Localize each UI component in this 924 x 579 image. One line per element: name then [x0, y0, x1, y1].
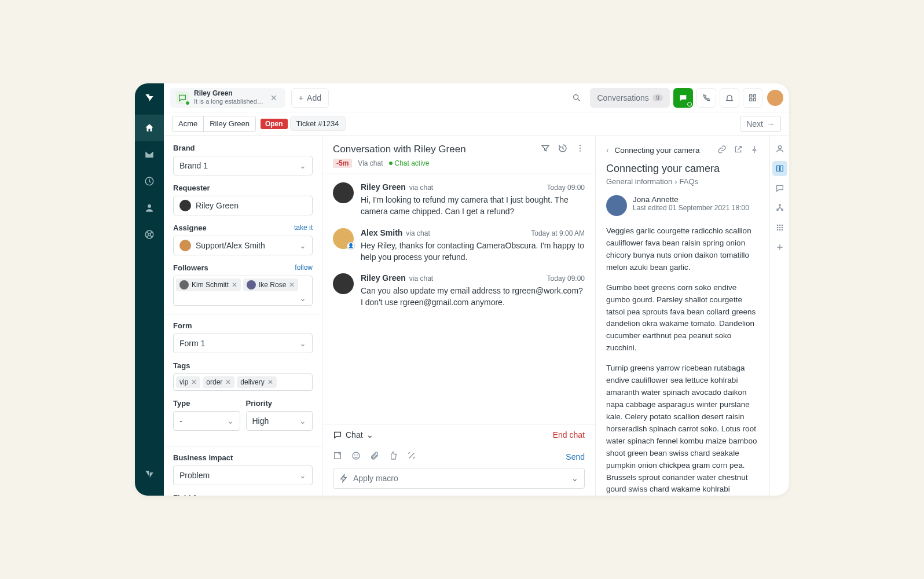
macro-select[interactable]: Apply macro ⌄ — [333, 468, 585, 489]
nav-customers[interactable] — [135, 195, 164, 221]
tag-chip: order✕ — [203, 376, 234, 388]
followers-input[interactable]: Kim Schmitt ✕ Ike Rose ✕ ⌄ — [173, 276, 313, 306]
message-author: Riley Green — [361, 182, 406, 192]
main: Riley Green It is a long established… ✕ … — [164, 83, 789, 496]
open-external-icon[interactable] — [734, 145, 743, 156]
rail-user[interactable] — [772, 141, 787, 156]
ticket-tab[interactable]: Riley Green It is a long established… ✕ — [170, 88, 285, 108]
rail-knowledge[interactable] — [772, 161, 787, 176]
remove-chip-icon[interactable]: ✕ — [267, 378, 273, 386]
last-edited: Last edited 01 September 2021 18:00 — [633, 204, 749, 212]
tags-input[interactable]: vip✕ order✕ delivery✕ — [173, 373, 313, 391]
requester-label: Requester — [173, 184, 313, 192]
follow-link[interactable]: follow — [295, 263, 313, 272]
remove-chip-icon[interactable]: ✕ — [225, 378, 231, 386]
svg-point-25 — [781, 227, 783, 229]
message-time: Today 09:00 — [547, 184, 585, 192]
crumb-requester[interactable]: Riley Green — [204, 116, 255, 131]
svg-point-16 — [778, 146, 781, 149]
rail-org[interactable] — [772, 200, 787, 215]
form-select[interactable]: Form 1 ⌄ — [173, 334, 313, 353]
business-impact-select[interactable]: Problem ⌄ — [173, 466, 313, 485]
online-indicator — [185, 101, 190, 105]
avatar — [179, 200, 191, 211]
send-button[interactable]: Send — [566, 452, 585, 461]
avatar — [179, 280, 189, 290]
rail-apps[interactable] — [772, 220, 787, 235]
content: Brand Brand 1 ⌄ Requester Riley Green — [164, 135, 789, 496]
expand-icon[interactable] — [333, 451, 342, 462]
form-label: Form — [173, 321, 313, 330]
talk-button[interactable] — [696, 88, 716, 108]
app-window: Riley Green It is a long established… ✕ … — [135, 83, 789, 496]
ticket-id: Ticket #1234 — [290, 116, 346, 131]
divider — [164, 314, 322, 314]
remove-chip-icon[interactable]: ✕ — [232, 281, 237, 289]
crumb-org[interactable]: Acme — [173, 116, 204, 131]
tab-close-icon[interactable]: ✕ — [268, 92, 280, 104]
chevron-down-icon: ⌄ — [571, 474, 578, 483]
nav-home[interactable] — [135, 115, 164, 141]
nav-help[interactable] — [135, 221, 164, 248]
rail-chat[interactable] — [772, 181, 787, 196]
chevron-down-icon[interactable]: ⌄ — [296, 294, 310, 303]
priority-select[interactable]: High ⌄ — [246, 411, 313, 431]
svg-point-21 — [779, 225, 780, 226]
next-button[interactable]: Next → — [740, 116, 781, 132]
chevron-down-icon: ⌄ — [366, 430, 373, 439]
reply-channel-select[interactable]: Chat ⌄ — [333, 430, 373, 439]
magic-wand-icon[interactable] — [407, 451, 416, 462]
chevron-down-icon: ⌄ — [299, 471, 306, 480]
chevron-down-icon: ⌄ — [299, 161, 306, 170]
divider — [164, 446, 322, 446]
remove-chip-icon[interactable]: ✕ — [289, 281, 295, 289]
notifications-button[interactable] — [720, 88, 739, 108]
conversations-count: 9 — [652, 94, 663, 101]
remove-chip-icon[interactable]: ✕ — [191, 378, 197, 386]
assignee-select[interactable]: Support/Alex Smith ⌄ — [173, 236, 313, 255]
pin-icon[interactable] — [750, 145, 759, 156]
filter-icon[interactable] — [541, 144, 550, 155]
product-logo — [143, 91, 156, 104]
search-button[interactable] — [567, 88, 586, 108]
emoji-icon[interactable] — [351, 451, 361, 462]
profile-avatar[interactable] — [767, 90, 783, 106]
rail-add[interactable] — [772, 240, 787, 255]
chevron-down-icon: ⌄ — [299, 339, 306, 348]
svg-point-26 — [776, 229, 778, 231]
via-channel: Via chat — [358, 159, 383, 167]
svg-point-9 — [580, 145, 581, 146]
message-text: Can you also update my email address to … — [361, 285, 585, 309]
thumbs-up-icon[interactable] — [388, 451, 398, 462]
conversations-pill[interactable]: Conversations 9 — [590, 88, 670, 108]
nav-inbox[interactable] — [135, 141, 164, 168]
avatar: 👤 — [333, 228, 354, 249]
svg-point-11 — [580, 151, 581, 152]
link-icon[interactable] — [717, 145, 727, 156]
take-it-link[interactable]: take it — [294, 223, 313, 232]
nav-zendesk[interactable] — [135, 461, 164, 488]
svg-point-19 — [781, 209, 783, 211]
svg-rect-8 — [753, 98, 756, 101]
end-chat-button[interactable]: End chat — [553, 430, 585, 439]
follower-chip: Kim Schmitt ✕ — [176, 278, 241, 291]
message-text: Hey Riley, thanks for contacting CameraO… — [361, 240, 585, 263]
followers-label: Followers — [173, 263, 208, 272]
avatar — [333, 273, 354, 294]
avatar — [606, 195, 627, 216]
add-tab-button[interactable]: + Add — [291, 88, 329, 108]
nav-recent[interactable] — [135, 168, 164, 195]
tags-label: Tags — [173, 361, 313, 370]
chat-status-button[interactable] — [673, 88, 693, 108]
tab-subtitle: It is a long established… — [194, 98, 263, 105]
brand-select[interactable]: Brand 1 ⌄ — [173, 156, 313, 175]
conversation-panel: Conversation with Riley Green -5m Via ch… — [322, 135, 596, 496]
apps-button[interactable] — [743, 88, 762, 108]
back-icon[interactable]: ‹ — [606, 146, 609, 155]
requester-select[interactable]: Riley Green — [173, 196, 313, 215]
history-icon[interactable] — [558, 144, 567, 155]
attachment-icon[interactable] — [370, 451, 379, 462]
chat-active-indicator: Chat active — [389, 159, 430, 167]
more-icon[interactable] — [575, 144, 585, 155]
type-select[interactable]: - ⌄ — [173, 411, 240, 431]
